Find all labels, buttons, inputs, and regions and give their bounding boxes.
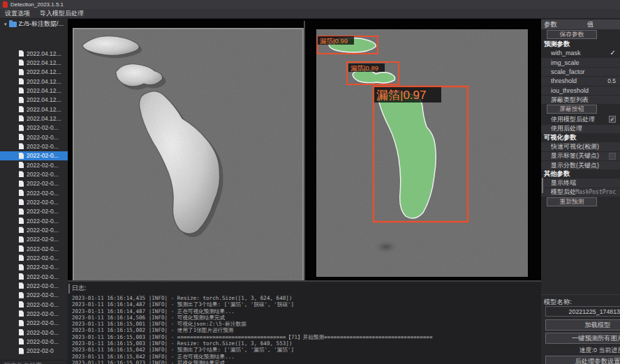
param-label: 使用模型后处理 xyxy=(551,115,609,124)
tree-item[interactable]: 2022-02-0... xyxy=(0,263,68,272)
tree-item-label: 2022-02-0... xyxy=(27,245,59,252)
tree-item[interactable]: 2022-02-0... xyxy=(0,244,68,253)
log-line: 2023-01-11 16:16:15,003 |INFO| - Resize:… xyxy=(72,340,541,347)
file-icon xyxy=(19,310,24,317)
tree-item[interactable]: 2022.04.12... xyxy=(0,86,68,95)
checkbox-unchecked[interactable] xyxy=(609,153,616,160)
param-scale-factor[interactable]: scale_factor xyxy=(541,67,620,76)
re-predict-button[interactable]: 重新预测 xyxy=(547,197,597,206)
menu-import-postprocess[interactable]: 导入模型后处理 xyxy=(40,9,84,18)
tree-item[interactable]: 2022-02-0... xyxy=(0,207,68,216)
tree-item[interactable]: 2022.04.12... xyxy=(0,105,68,114)
log-line: 2023-01-11 16:16:14,506 |INFO| - 可视化预测结果… xyxy=(72,314,541,321)
param-label: scale_factor xyxy=(551,68,616,75)
mask-button[interactable]: 屏蔽按钮 xyxy=(547,105,597,114)
log-line: 2023-01-11 16:16:14,487 |INFO| - 预测出了3个结… xyxy=(72,301,541,308)
log-line: 2023-01-11 16:16:15,042 |INFO| - 预测出了3个结… xyxy=(72,347,541,353)
file-icon xyxy=(19,236,24,243)
file-icon xyxy=(19,143,24,149)
param-label: 显示终端 xyxy=(551,179,616,188)
tree-item-label: 2022-02-0... xyxy=(27,162,59,169)
chevron-down-icon[interactable]: ▾ xyxy=(4,22,7,27)
param-value: MaskPostProc xyxy=(575,189,616,195)
checkbox-checked[interactable]: ✓ xyxy=(609,116,616,123)
tree-item[interactable]: 2022-02-0... xyxy=(0,291,68,300)
window-title: Detection_2023.1.5.1 xyxy=(10,1,64,8)
tree-item[interactable]: 2022-02-0... xyxy=(0,328,68,337)
tree-item[interactable]: 2022-02-0... xyxy=(0,169,68,179)
tree-item[interactable]: 2022.04.12... xyxy=(0,96,68,105)
param-model-postprocessor[interactable]: 模型后处理器MaskPostProc xyxy=(541,188,620,197)
tree-root[interactable]: ▾ Z:/5-标注数据/... xyxy=(0,19,68,29)
tree-item[interactable]: 2022-02-0... xyxy=(0,235,68,244)
tree-item[interactable]: 2022.04.12... xyxy=(0,77,68,86)
param-show-scores[interactable]: 显示分数(关键点) xyxy=(541,160,620,169)
tree-item[interactable]: 2022-02-0... xyxy=(0,188,68,197)
tree-item[interactable]: 2022-02-0... xyxy=(0,337,68,346)
log-scrollbar[interactable] xyxy=(68,284,70,294)
menubar: 设置选项 导入模型后处理 xyxy=(0,9,620,19)
file-icon xyxy=(19,199,24,205)
tree-item[interactable]: 2022.04.12... xyxy=(0,58,68,67)
file-icon xyxy=(19,338,24,344)
param-use-postprocess[interactable]: 使用后处理 xyxy=(541,124,620,133)
tree-item-label: 2022-02-0... xyxy=(27,264,59,271)
param-label: 模型后处理器 xyxy=(551,188,575,197)
param-img-scale[interactable]: img_scale xyxy=(541,57,620,66)
param-mask-type-list[interactable]: 屏蔽类型列表 xyxy=(541,95,620,104)
param-threshold[interactable]: threshold0.5 xyxy=(541,76,620,85)
tree-item[interactable]: 2022-02-0... xyxy=(0,309,68,318)
tree-item[interactable]: 2022-02-0... xyxy=(0,253,68,262)
search-input[interactable] xyxy=(1,360,67,364)
model-name-field[interactable]: 20221225_174813 xyxy=(545,306,620,317)
tree-item[interactable]: 2022-02-0... xyxy=(0,179,68,188)
tree-item[interactable]: 2022-02-0... xyxy=(0,160,68,169)
file-icon xyxy=(19,106,24,112)
tree-item-label: 2022-02-0... xyxy=(27,273,59,280)
tree-item-label: 2022-02-0... xyxy=(27,171,59,178)
param-use-model-postprocess[interactable]: 使用模型后处理✓ xyxy=(541,114,620,123)
param-label: 显示分数(关键点) xyxy=(551,161,616,170)
param-with-mask[interactable]: with_mask✓ xyxy=(541,48,620,57)
param-show-terminal[interactable]: 显示终端 xyxy=(541,178,620,187)
image-divider[interactable] xyxy=(304,21,305,280)
tree-item[interactable]: 2022-02-0... xyxy=(0,123,68,132)
tree-item[interactable]: 2022.04.12... xyxy=(0,68,68,77)
postprocess-settings-button[interactable]: 后处理参数设置 xyxy=(545,356,620,364)
tree-item[interactable]: 2022-02-0... xyxy=(0,272,68,281)
tree-item[interactable]: 2022-02-0... xyxy=(0,225,68,234)
file-icon xyxy=(19,115,24,121)
tree-item[interactable]: 2022-02-0... xyxy=(0,142,68,151)
tree-item[interactable]: 2022-02-0... xyxy=(0,132,68,142)
original-image[interactable] xyxy=(73,28,304,285)
param-iou-threshold[interactable]: iou_threshold xyxy=(541,86,620,95)
tree-item[interactable]: 2022-02-0... xyxy=(0,197,68,206)
tree-item-label: 2022.04.12... xyxy=(27,68,61,75)
tree-item[interactable]: 2022-02-0... xyxy=(0,300,68,309)
log-lines: 2023-01-11 16:16:14,435 |INFO| - Resize:… xyxy=(72,295,541,364)
prediction-image[interactable]: 漏箔|0.99 漏箔|0.89 漏箔|0.97 xyxy=(316,29,528,277)
tree-root-label: Z:/5-标注数据/... xyxy=(19,20,64,29)
param-show-labels[interactable]: 显示标签(关键点) xyxy=(541,151,620,160)
save-params-button[interactable]: 保存参数 xyxy=(547,30,597,39)
file-icon xyxy=(19,162,24,168)
file-icon xyxy=(19,329,24,335)
tree-item[interactable]: 2022.04.12... xyxy=(0,49,68,58)
param-fast-visualization[interactable]: 快速可视化(检测) xyxy=(541,142,620,151)
tree-item[interactable]: 2022.04.12... xyxy=(0,114,68,123)
tree-item[interactable]: 2022-02-0... xyxy=(0,281,68,290)
predict-all-button[interactable]: 一键预测所有图片 xyxy=(545,333,620,344)
tree-item-label: 2022-02-0... xyxy=(27,291,59,298)
tree-item-label: 2022-02-0... xyxy=(27,282,59,289)
tree-item[interactable]: 2022-02-0... xyxy=(0,216,68,225)
params-scrollbar[interactable] xyxy=(542,178,543,193)
check-icon: ✓ xyxy=(610,49,616,56)
menu-settings[interactable]: 设置选项 xyxy=(5,9,30,18)
load-model-button[interactable]: 加载模型 xyxy=(545,319,620,331)
log-line: 2023-01-11 16:16:15,002 |INFO| - 使用了1张图片… xyxy=(72,327,541,333)
tree-item[interactable]: 2022-02-0... xyxy=(0,151,68,160)
detection-label: 漏箔|0.97 xyxy=(376,89,427,102)
tree-item[interactable]: 2022-02-0 xyxy=(0,347,68,356)
divider xyxy=(541,294,620,295)
tree-item[interactable]: 2022-02-0... xyxy=(0,319,68,328)
